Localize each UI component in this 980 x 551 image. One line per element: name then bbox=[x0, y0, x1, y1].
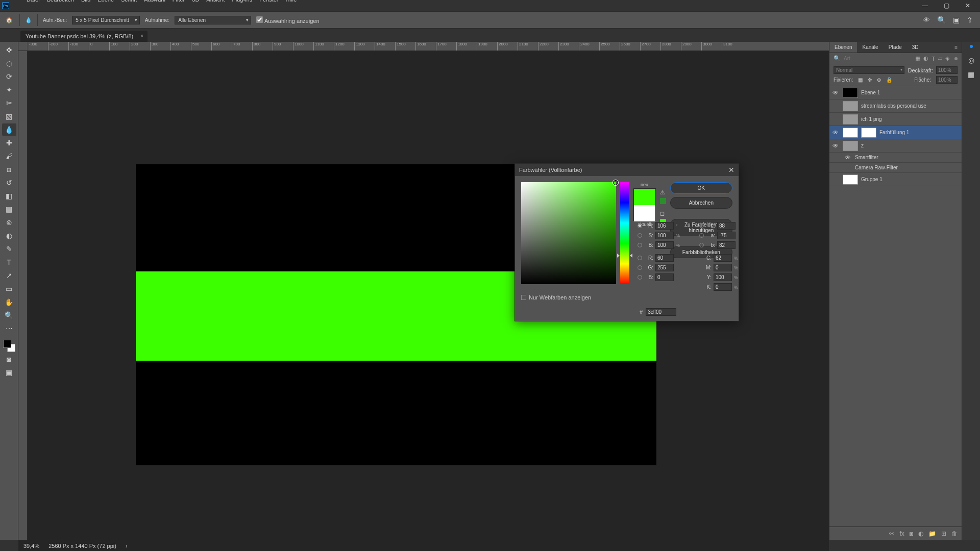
hue-slider[interactable] bbox=[620, 182, 629, 284]
window-close-icon[interactable]: ✕ bbox=[958, 1, 978, 11]
layer-row[interactable]: Gruppe 1 bbox=[829, 173, 962, 186]
search-icon[interactable]: 🔍 bbox=[937, 16, 946, 24]
layer-name[interactable]: Ebene 1 bbox=[861, 90, 880, 95]
b3-radio[interactable] bbox=[699, 243, 704, 247]
frame-tool-icon[interactable]: ▧ bbox=[2, 110, 16, 122]
menu-bearbeiten[interactable]: Bearbeiten bbox=[47, 0, 74, 4]
b2-input[interactable] bbox=[655, 273, 674, 281]
k-input[interactable] bbox=[714, 283, 732, 291]
layer-name[interactable]: z bbox=[861, 143, 864, 148]
g-radio[interactable] bbox=[638, 265, 642, 270]
layer-row[interactable]: 👁Smartfilter bbox=[829, 153, 962, 163]
r-input[interactable] bbox=[655, 254, 674, 262]
websafe-warning-icon[interactable]: ◻ bbox=[660, 210, 666, 217]
layer-thumbnail[interactable] bbox=[843, 128, 858, 138]
gamut-swatch[interactable] bbox=[660, 198, 666, 204]
m-input[interactable] bbox=[714, 264, 732, 271]
dialog-titlebar[interactable]: Farbwähler (Volltonfarbe) ✕ bbox=[515, 164, 739, 176]
search-icon[interactable]: 🔍 bbox=[834, 55, 841, 62]
swatches-panel-icon[interactable]: ▦ bbox=[968, 70, 974, 79]
dialog-close-icon[interactable]: ✕ bbox=[728, 166, 734, 174]
s-input[interactable] bbox=[655, 232, 674, 239]
filter-type-icon[interactable]: T bbox=[932, 56, 935, 62]
edit-toolbar-icon[interactable]: ⋯ bbox=[2, 322, 16, 335]
dodge-tool-icon[interactable]: ◐ bbox=[2, 230, 16, 242]
b-input[interactable] bbox=[655, 241, 674, 249]
move-tool-icon[interactable]: ✥ bbox=[2, 44, 16, 56]
layer-name[interactable]: Camera Raw-Filter bbox=[855, 165, 898, 170]
current-color-swatch[interactable] bbox=[634, 205, 655, 221]
filter-adjust-icon[interactable]: ◐ bbox=[923, 55, 928, 62]
zoom-level[interactable]: 39,4% bbox=[23, 543, 39, 549]
visibility-toggle-icon[interactable]: 👁 bbox=[832, 89, 840, 96]
path-tool-icon[interactable]: ↗ bbox=[2, 269, 16, 282]
crop-tool-icon[interactable]: ✂ bbox=[2, 97, 16, 109]
ruler-origin[interactable] bbox=[18, 42, 28, 51]
y-input[interactable] bbox=[714, 273, 732, 281]
saturation-value-field[interactable] bbox=[521, 182, 616, 284]
visibility-toggle-icon[interactable]: 👁 bbox=[845, 154, 852, 161]
visibility-toggle-icon[interactable]: 👁 bbox=[832, 142, 840, 149]
l-radio[interactable] bbox=[699, 223, 704, 228]
shape-tool-icon[interactable]: ▭ bbox=[2, 283, 16, 295]
zoom-tool-icon[interactable]: 🔍 bbox=[2, 309, 16, 321]
layer-row[interactable]: 👁Ebene 1 bbox=[829, 86, 962, 99]
b2-radio[interactable] bbox=[638, 275, 642, 280]
close-tab-icon[interactable]: × bbox=[140, 33, 143, 39]
layer-row[interactable]: 👁z bbox=[829, 139, 962, 153]
hex-input[interactable] bbox=[646, 308, 676, 316]
filter-shape-icon[interactable]: ▱ bbox=[938, 55, 942, 62]
layer-thumbnail[interactable] bbox=[843, 88, 858, 98]
color-panel-icon[interactable]: ◎ bbox=[968, 56, 974, 64]
layer-fx-icon[interactable]: fx bbox=[899, 530, 904, 537]
opacity-input[interactable]: 100% bbox=[936, 66, 958, 74]
gamut-warning-icon[interactable]: ⚠ bbox=[660, 189, 666, 196]
layer-name[interactable]: ich 1 png bbox=[861, 116, 882, 122]
window-minimize-icon[interactable]: — bbox=[915, 1, 935, 11]
s-radio[interactable] bbox=[638, 233, 642, 238]
layer-row[interactable]: ich 1 png bbox=[829, 113, 962, 126]
layer-name[interactable]: Gruppe 1 bbox=[861, 177, 883, 182]
filter-toggle[interactable] bbox=[954, 57, 958, 60]
hand-tool-icon[interactable]: ✋ bbox=[2, 296, 16, 308]
adjustment-layer-icon[interactable]: ◐ bbox=[918, 530, 923, 537]
h-radio[interactable] bbox=[638, 223, 642, 228]
home-icon[interactable]: 🏠 bbox=[4, 15, 14, 25]
history-brush-icon[interactable]: ↺ bbox=[2, 177, 16, 189]
layer-thumbnail[interactable] bbox=[843, 174, 858, 185]
filter-smart-icon[interactable]: ◈ bbox=[945, 55, 949, 62]
new-group-icon[interactable]: 📁 bbox=[928, 530, 936, 537]
panel-tab-kanäle[interactable]: Kanäle bbox=[857, 42, 883, 53]
wand-tool-icon[interactable]: ✦ bbox=[2, 84, 16, 96]
delete-layer-icon[interactable]: 🗑 bbox=[951, 530, 958, 537]
panel-tab-ebenen[interactable]: Ebenen bbox=[829, 42, 857, 53]
brush-tool-icon[interactable]: 🖌 bbox=[2, 150, 16, 162]
lock-position-icon[interactable]: ✜ bbox=[868, 77, 872, 83]
layer-name[interactable]: streamlabs obs personal use bbox=[861, 103, 926, 109]
layer-thumbnail[interactable] bbox=[843, 114, 858, 124]
menu-ansicht[interactable]: Ansicht bbox=[206, 0, 225, 4]
menu-datei[interactable]: Datei bbox=[27, 0, 40, 4]
panel-tab-pfade[interactable]: Pfade bbox=[884, 42, 907, 53]
stamp-tool-icon[interactable]: ⧈ bbox=[2, 163, 16, 176]
layer-mask-thumbnail[interactable] bbox=[861, 128, 876, 138]
ruler-vertical[interactable] bbox=[18, 51, 28, 540]
color-swatches[interactable] bbox=[3, 340, 15, 352]
menu-auswahl[interactable]: Auswahl bbox=[144, 0, 165, 4]
eyedropper-tool-icon[interactable]: 💧 bbox=[2, 123, 16, 136]
sample-layers-dropdown[interactable]: Alle Ebenen bbox=[175, 16, 251, 24]
fill-input[interactable]: 100% bbox=[936, 76, 958, 84]
quickmask-icon[interactable]: ◙ bbox=[2, 353, 16, 365]
lock-pixels-icon[interactable]: ▦ bbox=[858, 77, 863, 83]
panel-tab-3d[interactable]: 3D bbox=[907, 42, 924, 53]
menu-3d[interactable]: 3D bbox=[192, 0, 199, 4]
menu-bild[interactable]: Bild bbox=[81, 0, 90, 4]
filter-image-icon[interactable]: ▦ bbox=[915, 55, 920, 62]
c-input[interactable] bbox=[714, 254, 732, 262]
document-tab[interactable]: Youtube Banner.psdc bei 39,4% (z, RGB/8)… bbox=[20, 31, 148, 42]
layer-row[interactable]: 👁Farbfüllung 1 bbox=[829, 126, 962, 139]
b-radio[interactable] bbox=[638, 243, 642, 247]
menu-fenster[interactable]: Fenster bbox=[259, 0, 278, 4]
screenmode-icon[interactable]: ▣ bbox=[2, 366, 16, 379]
a-radio[interactable] bbox=[699, 233, 704, 238]
